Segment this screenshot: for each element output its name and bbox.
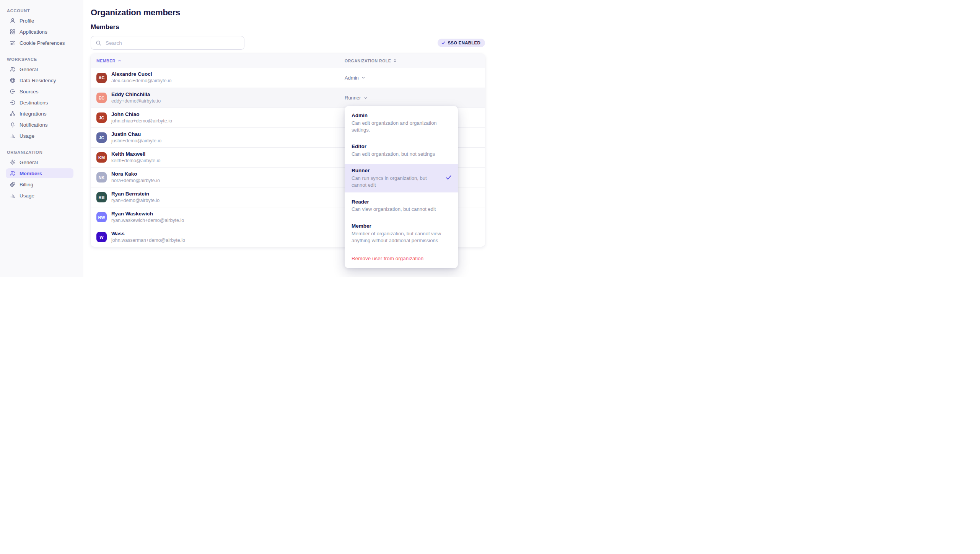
sidebar-item-notifications[interactable]: Notifications: [6, 120, 73, 130]
user-icon: [10, 18, 16, 24]
role-option-runner[interactable]: Runner Can run syncs in organization, bu…: [345, 164, 458, 192]
sidebar-item-usage[interactable]: Usage: [6, 131, 73, 141]
member-email: nora+demo@airbyte.io: [111, 178, 160, 184]
member-cell: NK Nora Kako nora+demo@airbyte.io: [96, 171, 345, 184]
member-email: alex.cuoci+demo@airbyte.io: [111, 78, 172, 84]
sidebar-item-label: Billing: [20, 182, 33, 187]
gear-icon: [10, 159, 16, 165]
role-label: Admin: [345, 75, 359, 81]
sidebar-item-general[interactable]: General: [6, 157, 73, 167]
role-option-title: Reader: [352, 199, 451, 205]
avatar: RW: [96, 212, 107, 222]
column-label: MEMBER: [96, 59, 116, 63]
member-name: Nora Kako: [111, 171, 160, 178]
sidebar-item-integrations[interactable]: Integrations: [6, 109, 73, 119]
sidebar-item-members[interactable]: Members: [6, 168, 73, 178]
role-option-editor[interactable]: Editor Can edit organization, but not se…: [345, 140, 458, 161]
member-cell: AC Alexandre Cuoci alex.cuoci+demo@airby…: [96, 71, 345, 84]
coins-icon: [10, 181, 16, 187]
sidebar-item-label: Notifications: [20, 122, 48, 128]
sso-enabled-badge: SSO ENABLED: [438, 39, 485, 47]
role-option-title: Admin: [352, 112, 451, 119]
chevron-down-icon: [361, 75, 366, 80]
settings-app: ACCOUNT Profile Applications Cookie Pref…: [0, 0, 490, 277]
role-label: Runner: [345, 95, 361, 101]
sidebar-item-destinations[interactable]: Destinations: [6, 98, 73, 108]
member-name: Eddy Chinchilla: [111, 91, 161, 98]
sidebar-item-label: Usage: [20, 193, 34, 199]
avatar: JC: [96, 112, 107, 123]
role-option-admin[interactable]: Admin Can edit organization and organiza…: [345, 109, 458, 137]
sidebar-item-label: Cookie Preferences: [20, 40, 65, 46]
column-header-member[interactable]: MEMBER: [96, 59, 345, 63]
avatar: EC: [96, 93, 107, 103]
sidebar-item-label: Destinations: [20, 100, 48, 106]
role-dropdown-menu: Admin Can edit organization and organiza…: [345, 106, 458, 268]
role-select[interactable]: Admin: [345, 75, 366, 81]
sidebar-item-usage[interactable]: Usage: [6, 191, 73, 200]
role-option-title: Editor: [352, 143, 451, 150]
role-option-description: Can edit organization and organization s…: [352, 120, 451, 134]
selected-check-icon: [445, 174, 452, 181]
column-header-organization-role[interactable]: ORGANIZATION ROLE: [345, 59, 397, 63]
destination-icon: [10, 99, 16, 106]
sidebar-item-label: Sources: [20, 89, 39, 95]
sidebar-section-label: ACCOUNT: [7, 8, 83, 13]
sidebar-item-data-residency[interactable]: Data Residency: [6, 75, 73, 85]
member-cell: W Wass john.wasserman+demo@airbyte.io: [96, 231, 345, 244]
role-option-title: Member: [352, 223, 451, 230]
member-name: Ryan Bernstein: [111, 191, 160, 197]
member-search[interactable]: [91, 36, 244, 50]
sidebar-item-applications[interactable]: Applications: [6, 27, 73, 37]
integrations-icon: [10, 111, 16, 117]
avatar: KM: [96, 152, 107, 163]
sidebar-item-label: Data Residency: [20, 78, 56, 83]
search-icon: [96, 40, 101, 46]
member-cell: KM Keith Maxwell keith+demo@airbyte.io: [96, 151, 345, 164]
sidebar-item-profile[interactable]: Profile: [6, 16, 73, 26]
member-name: Alexandre Cuoci: [111, 71, 172, 78]
column-label: ORGANIZATION ROLE: [345, 59, 391, 63]
sliders-icon: [10, 40, 16, 46]
sidebar-item-label: Applications: [20, 29, 47, 35]
chevron-down-icon: [363, 96, 368, 100]
avatar: RB: [96, 192, 107, 202]
member-email: ryan.waskewich+demo@airbyte.io: [111, 218, 184, 224]
member-cell: RB Ryan Bernstein ryan+demo@airbyte.io: [96, 191, 345, 204]
search-input[interactable]: [105, 40, 239, 46]
member-name: John Chiao: [111, 111, 172, 118]
sidebar-section: WORKSPACE General Data Residency Sources…: [0, 57, 83, 141]
sidebar-section: ORGANIZATION General Members Billing Usa…: [0, 150, 83, 200]
sidebar-item-label: General: [20, 160, 38, 165]
role-select[interactable]: Runner: [345, 95, 368, 101]
member-email: ryan+demo@airbyte.io: [111, 198, 160, 204]
member-cell: RW Ryan Waskewich ryan.waskewich+demo@ai…: [96, 211, 345, 224]
avatar: NK: [96, 172, 107, 182]
sort-both-icon: [393, 59, 397, 63]
source-icon: [10, 88, 16, 95]
role-option-member[interactable]: Member Member of organization, but canno…: [345, 220, 458, 248]
member-cell: JC Justin Chau justin+demo@airbyte.io: [96, 131, 345, 144]
sidebar-item-sources[interactable]: Sources: [6, 86, 73, 96]
page-title: Organization members: [91, 8, 490, 18]
avatar: JC: [96, 132, 107, 143]
avatar: W: [96, 232, 107, 242]
sidebar-item-label: Usage: [20, 133, 34, 139]
sidebar-item-general[interactable]: General: [6, 64, 73, 74]
sort-asc-icon: [117, 59, 122, 63]
member-email: john.wasserman+demo@airbyte.io: [111, 238, 185, 244]
member-email: keith+demo@airbyte.io: [111, 158, 160, 164]
users-icon: [10, 66, 16, 72]
remove-user-link[interactable]: Remove user from organization: [345, 251, 458, 268]
role-option-reader[interactable]: Reader Can view organization, but cannot…: [345, 196, 458, 217]
role-option-description: Can run syncs in organization, but canno…: [352, 175, 451, 189]
sidebar-item-cookie-preferences[interactable]: Cookie Preferences: [6, 38, 73, 48]
sidebar-item-billing[interactable]: Billing: [6, 179, 73, 189]
sidebar-item-label: Profile: [20, 18, 34, 24]
member-row: AC Alexandre Cuoci alex.cuoci+demo@airby…: [91, 68, 485, 88]
member-email: eddy+demo@airbyte.io: [111, 98, 161, 104]
members-table-header: MEMBER ORGANIZATION ROLE: [91, 54, 485, 68]
bar-chart-icon: [10, 192, 16, 199]
sidebar-item-label: General: [20, 67, 38, 72]
check-icon: [441, 41, 446, 45]
